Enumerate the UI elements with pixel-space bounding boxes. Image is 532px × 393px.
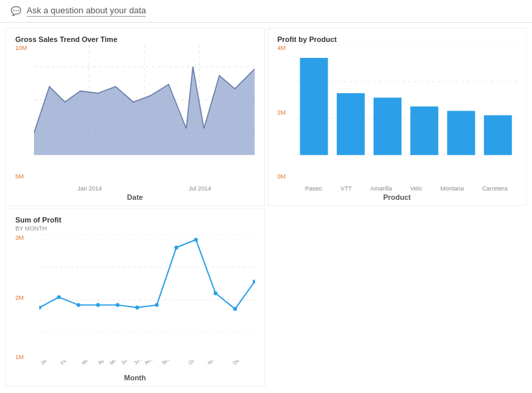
svg-point-28 (174, 246, 178, 250)
gross-sales-panel: Gross Sales Trend Over Time 10M 5M (5, 28, 265, 206)
bar-x-paseo: Paseo (305, 185, 322, 192)
y-label-top: 10M (15, 45, 27, 51)
svg-point-26 (135, 306, 139, 310)
sum-profit-panel: Sum of Profit BY MONTH 3M 2M 1M (5, 208, 265, 386)
svg-point-22 (57, 295, 61, 299)
line-y-mid: 2M (15, 294, 24, 301)
svg-point-29 (194, 238, 198, 242)
chat-icon: 💬 (11, 6, 21, 16)
gross-sales-chart-area: 10M 5M (15, 45, 255, 192)
svg-point-25 (116, 303, 120, 307)
svg-point-31 (233, 307, 237, 311)
svg-rect-16 (483, 115, 511, 155)
sum-profit-chart-area: 3M 2M 1M (15, 234, 255, 372)
profit-product-x-labels: Paseo VTT Amarilla Velo Montana Carreter… (296, 185, 517, 192)
gross-sales-svg (34, 45, 255, 155)
empty-panel (268, 208, 527, 386)
sum-profit-x-axis: January February March April May June Ju… (39, 360, 255, 372)
profit-product-chart-area: 4M 2M 0M (278, 45, 517, 192)
bar-y-mid: 2M (278, 109, 286, 116)
gross-sales-x-axis: Jan 2014 Jul 2014 (34, 185, 255, 192)
bar-y-top: 4M (278, 45, 286, 51)
profit-product-panel: Profit by Product 4M 2M 0M (268, 28, 527, 206)
svg-point-30 (214, 291, 218, 295)
dashboard: Gross Sales Trend Over Time 10M 5M (0, 23, 532, 392)
bar-x-vtt: VTT (340, 185, 352, 192)
bar-chart-container: 4M 2M 0M (278, 45, 517, 192)
month-jun: June (120, 360, 132, 366)
month-jul: July (133, 360, 143, 366)
gross-sales-y-axis: 10M 5M (15, 45, 27, 192)
month-oct: October (187, 360, 204, 366)
bar-x-velo: Velo (410, 185, 422, 192)
profit-product-y-axis: 4M 2M 0M (278, 45, 286, 180)
bar-y-bot: 0M (278, 173, 286, 180)
sum-profit-y-axis: 3M 2M 1M (15, 234, 24, 360)
svg-rect-12 (336, 93, 364, 155)
svg-point-23 (77, 303, 81, 307)
profit-product-title: Profit by Product (278, 35, 517, 43)
profit-product-svg (296, 45, 517, 155)
sum-profit-subtitle: BY MONTH (15, 225, 255, 232)
sum-profit-x-label: Month (15, 374, 255, 382)
gross-sales-x-label: Date (15, 193, 255, 201)
x-label-jul: Jul 2014 (188, 185, 211, 192)
svg-point-27 (155, 303, 159, 307)
x-label-jan: Jan 2014 (77, 185, 102, 192)
svg-rect-13 (374, 98, 401, 155)
month-jan: January (39, 360, 56, 366)
month-apr: April (97, 360, 108, 366)
top-bar: 💬 Ask a question about your data (0, 0, 532, 23)
month-may: May (109, 360, 119, 366)
profit-product-x-label: Product (278, 193, 517, 201)
svg-rect-11 (300, 58, 328, 155)
line-chart-container: 3M 2M 1M (15, 234, 255, 372)
line-y-top: 3M (15, 234, 24, 241)
area-chart-container: 10M 5M (15, 45, 255, 192)
month-dec: December (232, 360, 252, 366)
month-feb: February (59, 360, 78, 366)
svg-point-24 (96, 303, 100, 307)
line-y-bot: 1M (15, 354, 24, 360)
sum-profit-title: Sum of Profit (15, 216, 255, 224)
sum-profit-svg (39, 234, 255, 332)
svg-rect-15 (447, 111, 475, 155)
month-sep: September (160, 360, 182, 366)
svg-rect-14 (410, 107, 438, 155)
ask-question-link[interactable]: Ask a question about your data (27, 5, 146, 17)
gross-sales-title: Gross Sales Trend Over Time (15, 35, 255, 43)
bar-x-amarilla: Amarilla (370, 185, 392, 192)
bar-x-montana: Montana (440, 185, 463, 192)
month-nov: November (206, 360, 227, 366)
month-mar: March (81, 360, 95, 366)
bar-x-carretera: Carretera (482, 185, 507, 192)
y-label-bottom: 5M (15, 173, 27, 180)
month-aug: August (143, 360, 158, 366)
